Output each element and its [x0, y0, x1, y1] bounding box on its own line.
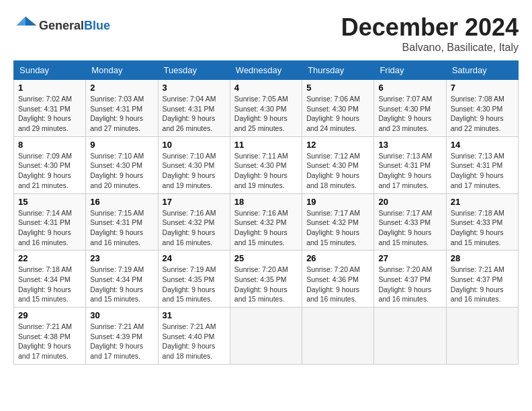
calendar-cell: 6Sunrise: 7:07 AMSunset: 4:30 PMDaylight… — [374, 80, 446, 137]
logo-text: GeneralBlue — [39, 19, 110, 33]
day-number: 17 — [163, 197, 226, 207]
day-number: 15 — [18, 197, 81, 207]
calendar-header-row: SundayMondayTuesdayWednesdayThursdayFrid… — [14, 61, 519, 80]
calendar-week-row: 29Sunrise: 7:21 AMSunset: 4:38 PMDayligh… — [14, 308, 519, 365]
day-number: 14 — [451, 140, 514, 150]
calendar-cell — [302, 308, 374, 365]
calendar-cell: 26Sunrise: 7:20 AMSunset: 4:36 PMDayligh… — [302, 250, 374, 308]
calendar-cell: 19Sunrise: 7:17 AMSunset: 4:32 PMDayligh… — [302, 193, 374, 250]
day-info: Sunrise: 7:14 AMSunset: 4:31 PMDaylight:… — [18, 208, 81, 248]
day-number: 22 — [18, 253, 81, 263]
day-number: 13 — [378, 140, 441, 150]
calendar-cell: 30Sunrise: 7:21 AMSunset: 4:39 PMDayligh… — [86, 308, 158, 365]
day-number: 24 — [163, 253, 226, 263]
calendar-cell: 16Sunrise: 7:15 AMSunset: 4:31 PMDayligh… — [86, 193, 158, 250]
day-info: Sunrise: 7:04 AMSunset: 4:31 PMDaylight:… — [163, 94, 226, 134]
calendar-cell: 12Sunrise: 7:12 AMSunset: 4:30 PMDayligh… — [302, 136, 374, 193]
day-number: 25 — [234, 253, 298, 263]
day-info: Sunrise: 7:03 AMSunset: 4:31 PMDaylight:… — [90, 94, 153, 134]
calendar-cell: 1Sunrise: 7:02 AMSunset: 4:31 PMDaylight… — [14, 80, 86, 137]
day-info: Sunrise: 7:10 AMSunset: 4:30 PMDaylight:… — [163, 151, 226, 191]
day-info: Sunrise: 7:02 AMSunset: 4:31 PMDaylight:… — [18, 94, 81, 134]
day-info: Sunrise: 7:20 AMSunset: 4:37 PMDaylight:… — [378, 265, 441, 304]
calendar-cell: 3Sunrise: 7:04 AMSunset: 4:31 PMDaylight… — [158, 80, 230, 137]
logo-blue-text: Blue — [84, 19, 110, 32]
day-info: Sunrise: 7:17 AMSunset: 4:33 PMDaylight:… — [378, 208, 441, 248]
calendar-cell: 11Sunrise: 7:11 AMSunset: 4:30 PMDayligh… — [230, 136, 302, 193]
day-number: 1 — [18, 83, 81, 93]
calendar-cell — [446, 308, 518, 365]
day-number: 8 — [18, 140, 81, 150]
calendar-cell: 27Sunrise: 7:20 AMSunset: 4:37 PMDayligh… — [374, 250, 446, 308]
calendar-cell: 9Sunrise: 7:10 AMSunset: 4:30 PMDaylight… — [86, 136, 158, 193]
calendar-cell: 13Sunrise: 7:13 AMSunset: 4:31 PMDayligh… — [374, 136, 446, 193]
day-info: Sunrise: 7:08 AMSunset: 4:30 PMDaylight:… — [451, 94, 514, 134]
day-header-monday: Monday — [86, 61, 158, 80]
calendar-cell: 4Sunrise: 7:05 AMSunset: 4:30 PMDaylight… — [230, 80, 302, 137]
calendar-cell: 25Sunrise: 7:20 AMSunset: 4:35 PMDayligh… — [230, 250, 302, 308]
calendar-cell: 8Sunrise: 7:09 AMSunset: 4:30 PMDaylight… — [14, 136, 86, 193]
day-header-sunday: Sunday — [14, 61, 86, 80]
day-number: 30 — [90, 310, 153, 320]
day-info: Sunrise: 7:20 AMSunset: 4:36 PMDaylight:… — [306, 265, 369, 304]
day-header-tuesday: Tuesday — [158, 61, 230, 80]
calendar-cell — [230, 308, 302, 365]
calendar-cell: 21Sunrise: 7:18 AMSunset: 4:33 PMDayligh… — [446, 193, 518, 250]
day-info: Sunrise: 7:16 AMSunset: 4:32 PMDaylight:… — [234, 208, 298, 248]
calendar-cell: 29Sunrise: 7:21 AMSunset: 4:38 PMDayligh… — [14, 308, 86, 365]
logo: GeneralBlue — [13, 13, 110, 38]
day-header-friday: Friday — [374, 61, 446, 80]
calendar-cell: 10Sunrise: 7:10 AMSunset: 4:30 PMDayligh… — [158, 136, 230, 193]
calendar-cell: 20Sunrise: 7:17 AMSunset: 4:33 PMDayligh… — [374, 193, 446, 250]
day-info: Sunrise: 7:21 AMSunset: 4:40 PMDaylight:… — [163, 322, 226, 361]
day-number: 9 — [90, 140, 153, 150]
page-header: GeneralBlue December 2024 Balvano, Basil… — [13, 13, 519, 54]
calendar-week-row: 15Sunrise: 7:14 AMSunset: 4:31 PMDayligh… — [14, 193, 519, 250]
calendar-week-row: 8Sunrise: 7:09 AMSunset: 4:30 PMDaylight… — [14, 136, 519, 193]
day-info: Sunrise: 7:05 AMSunset: 4:30 PMDaylight:… — [234, 94, 298, 134]
day-info: Sunrise: 7:17 AMSunset: 4:32 PMDaylight:… — [306, 208, 369, 248]
day-info: Sunrise: 7:15 AMSunset: 4:31 PMDaylight:… — [90, 208, 153, 248]
calendar-cell: 5Sunrise: 7:06 AMSunset: 4:30 PMDaylight… — [302, 80, 374, 137]
day-info: Sunrise: 7:19 AMSunset: 4:35 PMDaylight:… — [163, 265, 226, 304]
day-info: Sunrise: 7:11 AMSunset: 4:30 PMDaylight:… — [234, 151, 298, 191]
calendar-table: SundayMondayTuesdayWednesdayThursdayFrid… — [13, 60, 519, 365]
day-info: Sunrise: 7:18 AMSunset: 4:34 PMDaylight:… — [18, 265, 81, 304]
calendar-cell: 14Sunrise: 7:13 AMSunset: 4:31 PMDayligh… — [446, 136, 518, 193]
calendar-week-row: 1Sunrise: 7:02 AMSunset: 4:31 PMDaylight… — [14, 80, 519, 137]
calendar-cell — [374, 308, 446, 365]
day-number: 29 — [18, 310, 81, 320]
day-number: 23 — [90, 253, 153, 263]
day-info: Sunrise: 7:19 AMSunset: 4:34 PMDaylight:… — [90, 265, 153, 304]
day-number: 11 — [234, 140, 298, 150]
calendar-cell: 15Sunrise: 7:14 AMSunset: 4:31 PMDayligh… — [14, 193, 86, 250]
day-number: 4 — [234, 83, 298, 93]
day-number: 3 — [163, 83, 226, 93]
day-number: 21 — [451, 197, 514, 207]
day-number: 10 — [163, 140, 226, 150]
day-info: Sunrise: 7:07 AMSunset: 4:30 PMDaylight:… — [378, 94, 441, 134]
day-info: Sunrise: 7:21 AMSunset: 4:38 PMDaylight:… — [18, 322, 81, 361]
day-header-wednesday: Wednesday — [230, 61, 302, 80]
day-number: 27 — [378, 253, 441, 263]
day-number: 7 — [451, 83, 514, 93]
day-number: 31 — [163, 310, 226, 320]
day-number: 20 — [378, 197, 441, 207]
day-info: Sunrise: 7:10 AMSunset: 4:30 PMDaylight:… — [90, 151, 153, 191]
location-text: Balvano, Basilicate, Italy — [341, 42, 519, 54]
calendar-cell: 18Sunrise: 7:16 AMSunset: 4:32 PMDayligh… — [230, 193, 302, 250]
day-info: Sunrise: 7:12 AMSunset: 4:30 PMDaylight:… — [306, 151, 369, 191]
day-number: 18 — [234, 197, 298, 207]
day-info: Sunrise: 7:16 AMSunset: 4:32 PMDaylight:… — [163, 208, 226, 248]
day-header-saturday: Saturday — [446, 61, 518, 80]
day-info: Sunrise: 7:21 AMSunset: 4:39 PMDaylight:… — [90, 322, 153, 361]
day-number: 28 — [451, 253, 514, 263]
day-info: Sunrise: 7:06 AMSunset: 4:30 PMDaylight:… — [306, 94, 369, 134]
day-info: Sunrise: 7:20 AMSunset: 4:35 PMDaylight:… — [234, 265, 298, 304]
day-number: 5 — [306, 83, 369, 93]
day-number: 6 — [378, 83, 441, 93]
calendar-week-row: 22Sunrise: 7:18 AMSunset: 4:34 PMDayligh… — [14, 250, 519, 308]
day-number: 16 — [90, 197, 153, 207]
calendar-cell: 7Sunrise: 7:08 AMSunset: 4:30 PMDaylight… — [446, 80, 518, 137]
day-info: Sunrise: 7:09 AMSunset: 4:30 PMDaylight:… — [18, 151, 81, 191]
